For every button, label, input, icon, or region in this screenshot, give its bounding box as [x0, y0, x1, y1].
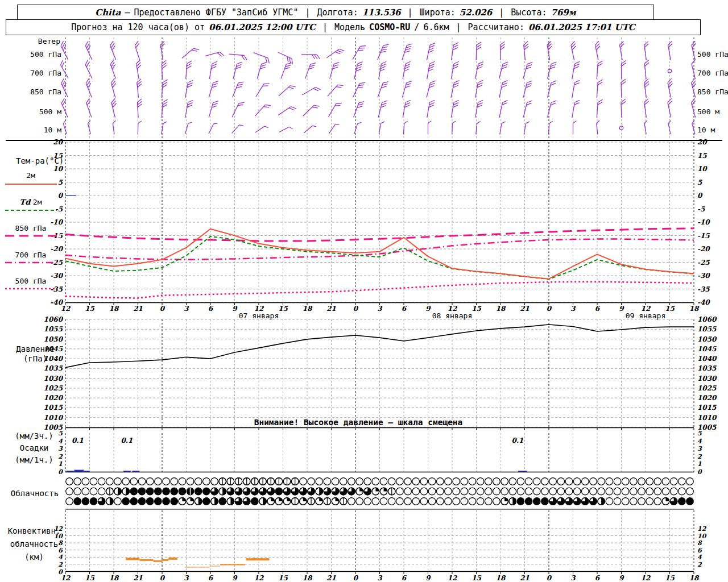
cloud-symbol: [122, 478, 130, 485]
provider-text: Предоставлено ФГБУ "ЗапСиб УГМС": [134, 7, 298, 18]
wind-barb: [233, 61, 242, 80]
cloud-symbol: [146, 478, 154, 485]
wind-barb: [570, 41, 579, 60]
wind-barb: [621, 79, 626, 98]
wind-barb: [668, 120, 673, 134]
cloud-symbol: [541, 478, 549, 485]
cloud-symbol: [598, 478, 605, 485]
svg-text:15: 15: [665, 574, 675, 582]
svg-text:21: 21: [133, 574, 143, 582]
cloud-symbol: [98, 478, 105, 485]
svg-text:1020: 1020: [44, 394, 64, 402]
cloud-symbol: [114, 478, 122, 485]
cloud-symbol: [453, 498, 460, 505]
wind-barb: [162, 99, 167, 118]
wind-barb: [403, 99, 411, 118]
svg-text:Ветер: Ветер: [38, 37, 60, 45]
cloud-symbol: [348, 478, 355, 485]
wind-barb: [379, 61, 387, 80]
header-line-2: Прогноз на 120 часа(ов) от 06.01.2025 12…: [6, 19, 701, 35]
convective-bar: [162, 559, 168, 561]
cloud-symbol: [517, 488, 524, 495]
svg-text:850 гПа: 850 гПа: [15, 224, 47, 232]
cloud-symbol: [590, 488, 597, 495]
wind-barb: [622, 61, 626, 80]
cloud-symbol: [565, 478, 573, 485]
wind-barb: [500, 41, 505, 60]
longitude-label: Долгота:: [317, 7, 358, 18]
meteogram-chart: Ветер500 гПа500 гПа700 гПа700 гПа850 гПа…: [0, 35, 728, 582]
svg-text:15: 15: [697, 152, 707, 160]
cloud-symbol: [66, 478, 73, 485]
convective-bar: [220, 564, 245, 566]
cloud-symbol: [436, 498, 444, 505]
svg-text:4: 4: [58, 438, 63, 445]
svg-text:9: 9: [425, 574, 431, 582]
svg-text:18: 18: [496, 305, 506, 313]
svg-text:12: 12: [61, 305, 71, 313]
svg-text:21: 21: [326, 574, 336, 582]
svg-text:-30: -30: [50, 272, 63, 280]
wind-panel: Ветер500 гПа500 гПа700 гПа700 гПа850 гПа…: [6, 37, 728, 140]
cloud-symbol: [308, 478, 315, 485]
cloud-symbol: [614, 478, 621, 485]
svg-text:15: 15: [278, 574, 288, 582]
svg-text:-10: -10: [697, 218, 710, 226]
wind-barb: [329, 123, 339, 136]
cloud-symbol: [646, 478, 653, 485]
svg-text:15: 15: [278, 305, 288, 313]
svg-text:18: 18: [109, 305, 119, 313]
wind-barb: [110, 78, 120, 97]
svg-text:(мм/3ч.): (мм/3ч.): [15, 431, 53, 440]
svg-text:21: 21: [520, 574, 530, 582]
svg-text:0: 0: [547, 574, 552, 582]
svg-text:18: 18: [689, 574, 700, 582]
convective-bar: [185, 567, 210, 567]
svg-text:2: 2: [58, 453, 63, 460]
cloud-symbol: [679, 488, 686, 495]
wind-barb: [209, 122, 217, 135]
cloud-symbol: [509, 488, 516, 495]
svg-text:облачность: облачность: [10, 539, 58, 548]
wind-barb: [427, 99, 435, 118]
svg-text:6: 6: [208, 574, 214, 582]
wind-barb: [84, 41, 96, 60]
wind-barb: [281, 61, 292, 80]
svg-text:6: 6: [402, 574, 407, 582]
cloud-symbol: [477, 478, 484, 485]
precip-bar: [75, 470, 84, 472]
wind-barb: [302, 86, 320, 99]
cloud-symbol: [670, 478, 677, 485]
cloud-symbol: [622, 488, 629, 495]
separator: |: [496, 7, 507, 18]
cloud-symbol: [66, 488, 73, 495]
cloud-symbol: [598, 488, 605, 495]
model-name: COSMO-RU: [369, 22, 410, 32]
wind-barb: [572, 61, 580, 80]
svg-text:3: 3: [697, 445, 702, 452]
svg-text:0: 0: [58, 192, 64, 199]
svg-text:Тем-ра(°C): Тем-ра(°C): [16, 156, 64, 165]
cloud-symbol: [686, 488, 694, 495]
svg-text:18: 18: [689, 305, 700, 313]
svg-text:6: 6: [402, 305, 407, 313]
svg-text:9: 9: [619, 574, 624, 582]
cloud-symbol: [670, 488, 677, 495]
svg-text:-5: -5: [697, 205, 705, 213]
cloud-symbol: [557, 488, 565, 495]
cloud-symbol: [630, 478, 638, 485]
cloud-symbol: [90, 478, 97, 485]
cloud-symbol: [461, 488, 468, 495]
cloud-symbol: [445, 498, 452, 505]
temperature-panel: 2020151510105500-5-5-10-10-15-15-20-20-2…: [5, 138, 710, 320]
pressure-panel: 1060106010551055105010501045104510401040…: [16, 315, 717, 431]
svg-text:3: 3: [377, 305, 383, 313]
wind-barb: [85, 78, 96, 97]
station-name: Chita: [95, 7, 121, 18]
cloud-symbol: [453, 488, 460, 495]
forecast-label: Прогноз на 120 часа(ов) от: [71, 22, 205, 32]
svg-text:500 м: 500 м: [39, 107, 61, 116]
svg-text:12: 12: [254, 574, 264, 582]
svg-text:1030: 1030: [44, 375, 64, 383]
wind-barb: [209, 61, 217, 80]
